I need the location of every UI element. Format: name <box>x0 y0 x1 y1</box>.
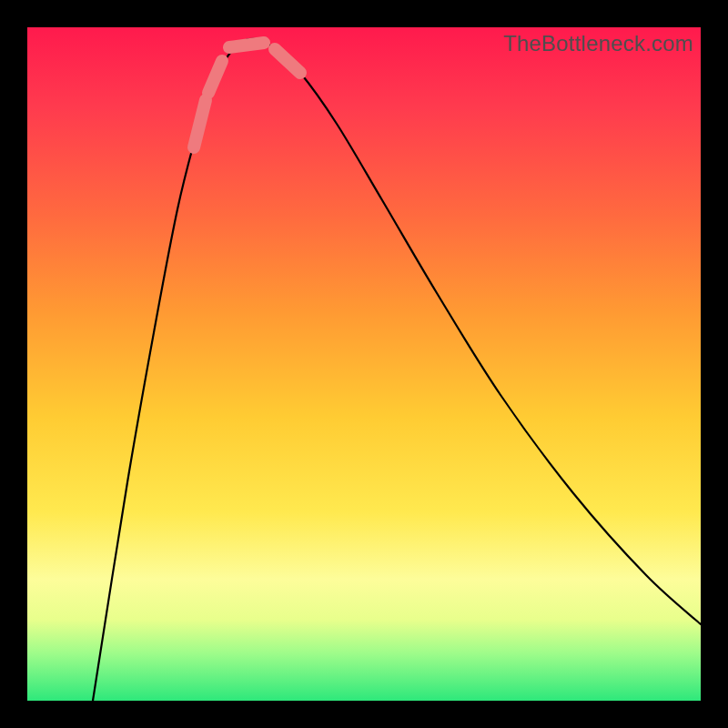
chart-frame: TheBottleneck.com <box>27 27 701 701</box>
left-segment-lower <box>208 61 222 93</box>
floor-segment <box>229 43 264 47</box>
left-segment-upper <box>194 100 206 147</box>
bottleneck-curve <box>93 39 701 701</box>
watermark-text: TheBottleneck.com <box>503 31 693 56</box>
right-segment <box>275 49 300 73</box>
marker-group <box>194 43 300 147</box>
chart-svg <box>27 27 701 701</box>
